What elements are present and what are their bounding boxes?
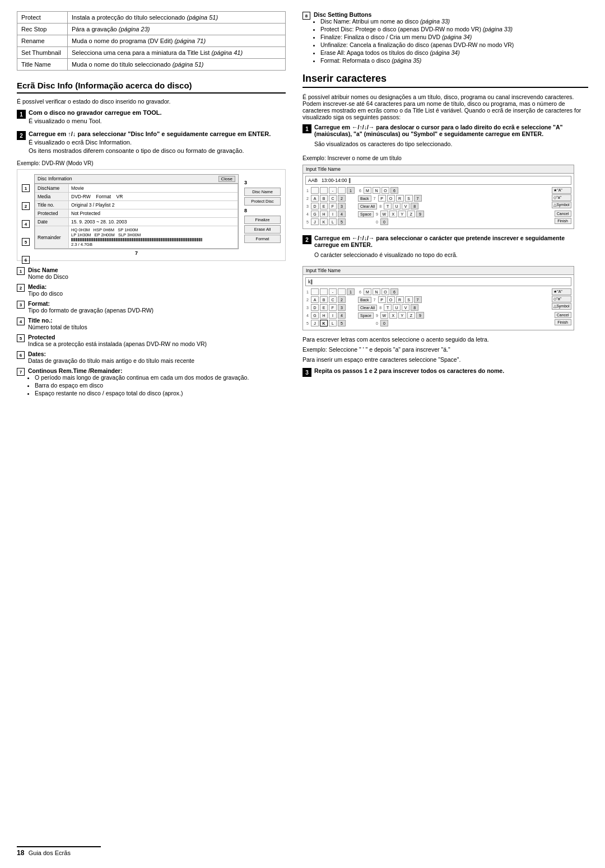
char-cell[interactable]: T — [384, 304, 392, 311]
char-cell[interactable]: V — [402, 203, 409, 209]
finalize-button[interactable]: Finalize — [244, 216, 281, 224]
char-cell[interactable]: O — [387, 195, 395, 202]
erase-all-button[interactable]: Erase All — [244, 225, 281, 234]
char-cell[interactable]: A — [311, 296, 319, 303]
char-cell-num[interactable]: 1 — [347, 187, 355, 194]
char-cell[interactable]: V — [402, 304, 409, 311]
char-cell[interactable]: E — [320, 304, 328, 311]
char-cell-num[interactable]: 1 — [347, 288, 355, 295]
clear-all-button-2[interactable]: Clear All — [358, 305, 377, 311]
char-cell[interactable] — [338, 288, 346, 295]
char-cell[interactable]: D — [311, 203, 319, 209]
char-cell[interactable]: H — [320, 211, 328, 217]
lowercase-label-2[interactable]: ◇"a" — [552, 296, 571, 302]
char-cell[interactable]: N — [373, 288, 380, 295]
char-cell[interactable]: J — [311, 218, 319, 225]
char-cell[interactable]: B — [320, 296, 328, 303]
char-cell[interactable]: F — [329, 304, 337, 311]
char-cell[interactable]: - — [329, 288, 337, 295]
char-cell[interactable] — [338, 187, 346, 194]
char-cell-num[interactable]: 8 — [411, 304, 418, 311]
char-cell[interactable]: U — [393, 304, 401, 311]
char-cell[interactable] — [311, 288, 319, 295]
space-button[interactable]: Space — [358, 211, 374, 217]
symbol-label-2[interactable]: △Symbol — [552, 303, 571, 310]
char-cell[interactable]: L — [329, 320, 337, 326]
char-cell-num[interactable]: 8 — [411, 203, 418, 209]
char-cell-selected[interactable]: K — [320, 320, 328, 326]
char-cell[interactable]: I — [329, 312, 337, 319]
char-cell[interactable]: Y — [398, 211, 406, 217]
char-cell-num[interactable]: 9 — [416, 312, 424, 319]
char-cell[interactable]: X — [389, 211, 397, 217]
char-cell[interactable]: R — [396, 296, 404, 303]
char-cell-num[interactable]: 2 — [338, 296, 346, 303]
close-button[interactable]: Close — [218, 176, 235, 182]
char-cell-num[interactable]: 5 — [338, 218, 346, 225]
char-cell[interactable]: R — [396, 195, 404, 202]
char-cell-num[interactable]: 0 — [380, 218, 388, 225]
cancel-button-1[interactable]: Cancel — [555, 211, 571, 217]
char-cell[interactable]: Y — [398, 312, 406, 319]
char-cell[interactable]: T — [384, 203, 392, 209]
char-cell[interactable]: P — [378, 296, 386, 303]
char-cell[interactable]: L — [329, 218, 337, 225]
char-cell[interactable]: M — [364, 187, 371, 194]
char-cell-num[interactable]: 0 — [380, 320, 388, 326]
char-cell-num[interactable]: 4 — [338, 312, 346, 319]
char-cell[interactable]: K — [320, 218, 328, 225]
char-cell[interactable]: B — [320, 195, 328, 202]
char-cell[interactable]: S — [405, 195, 413, 202]
char-cell-num[interactable]: 5 — [338, 320, 346, 326]
char-cell[interactable]: Z — [407, 211, 415, 217]
back-button[interactable]: Back — [358, 195, 371, 202]
back-button-2[interactable]: Back — [358, 297, 371, 303]
char-cell[interactable]: G — [311, 312, 319, 319]
char-cell[interactable]: I — [329, 211, 337, 217]
char-cell[interactable]: A — [311, 195, 319, 202]
protect-disc-button[interactable]: Protect Disc — [244, 197, 281, 206]
uppercase-label[interactable]: ★"A" — [552, 187, 571, 194]
clear-all-button[interactable]: Clear All — [358, 203, 377, 209]
disc-name-button[interactable]: Disc Name — [244, 188, 281, 196]
char-cell-num[interactable]: 7 — [414, 296, 422, 303]
char-cell[interactable]: C — [329, 296, 337, 303]
finish-button-2[interactable]: Finish — [555, 319, 571, 325]
char-cell[interactable]: - — [329, 187, 337, 194]
char-cell[interactable]: H — [320, 312, 328, 319]
char-cell[interactable]: O — [381, 187, 389, 194]
char-cell[interactable]: G — [311, 211, 319, 217]
char-cell-num[interactable]: 2 — [338, 195, 346, 202]
char-cell[interactable]: F — [329, 203, 337, 209]
format-button[interactable]: Format — [244, 235, 281, 243]
char-cell[interactable]: X — [389, 312, 397, 319]
char-cell[interactable]: J — [311, 320, 319, 326]
finish-button-1[interactable]: Finish — [555, 218, 571, 224]
uppercase-label-2[interactable]: ★"A" — [552, 288, 571, 295]
char-cell-num[interactable]: 9 — [416, 211, 424, 217]
char-cell[interactable]: O — [381, 288, 389, 295]
char-cell-num[interactable]: 6 — [390, 187, 398, 194]
lowercase-label[interactable]: ◇"a" — [552, 194, 571, 201]
cancel-button-2[interactable]: Cancel — [555, 312, 571, 318]
space-button-2[interactable]: Space — [358, 312, 374, 319]
char-cell[interactable]: C — [329, 195, 337, 202]
char-cell[interactable]: W — [380, 211, 388, 217]
char-cell[interactable]: U — [393, 203, 401, 209]
char-cell-num[interactable]: 4 — [338, 211, 346, 217]
char-cell-num[interactable]: 3 — [338, 304, 346, 311]
char-cell[interactable]: W — [380, 312, 388, 319]
char-cell[interactable]: O — [387, 296, 395, 303]
char-cell-num[interactable]: 3 — [338, 203, 346, 209]
char-cell[interactable] — [320, 288, 328, 295]
symbol-label[interactable]: △Symbol — [552, 202, 571, 208]
char-cell[interactable]: E — [320, 203, 328, 209]
char-cell[interactable]: M — [364, 288, 371, 295]
char-cell[interactable]: P — [378, 195, 386, 202]
char-cell[interactable] — [311, 187, 319, 194]
char-cell[interactable]: S — [405, 296, 413, 303]
char-cell[interactable]: D — [311, 304, 319, 311]
char-cell-num[interactable]: 6 — [390, 288, 398, 295]
char-cell[interactable] — [320, 187, 328, 194]
char-cell[interactable]: N — [373, 187, 380, 194]
